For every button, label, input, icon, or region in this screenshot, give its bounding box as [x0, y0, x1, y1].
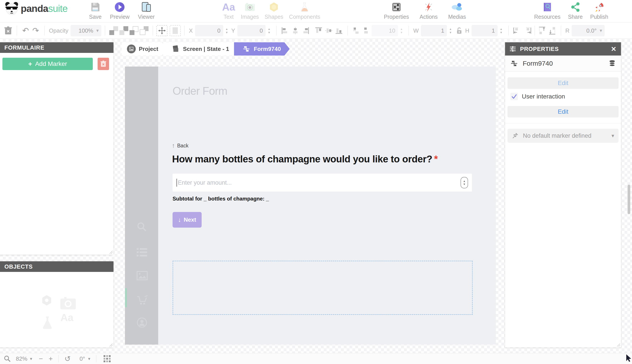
formulaire-panel-header[interactable]: FORMULAIRE: [0, 42, 114, 53]
grid-view-icon[interactable]: [102, 354, 112, 364]
x-input[interactable]: [198, 27, 220, 34]
delete-marker-button[interactable]: [98, 58, 109, 70]
y-input[interactable]: [240, 27, 263, 34]
reset-rotation-icon[interactable]: ↺: [64, 354, 71, 363]
edit-interactions-button[interactable]: Edit: [508, 106, 618, 118]
user-interaction-checkbox[interactable]: [510, 93, 518, 100]
zoom-in-button[interactable]: +: [49, 355, 53, 363]
width-input[interactable]: [424, 27, 444, 34]
canvas-rotation-value[interactable]: 0°: [80, 356, 85, 362]
x-field[interactable]: [195, 25, 223, 36]
breadcrumb-project[interactable]: Project: [122, 42, 167, 56]
lock-aspect-icon[interactable]: [454, 26, 464, 36]
properties-panel-title: PROPERTIES: [520, 46, 559, 52]
default-marker-dropdown[interactable]: No default marker defined ▾: [508, 129, 618, 143]
delete-selection-icon[interactable]: [3, 26, 13, 36]
stretch-left-icon[interactable]: [512, 26, 522, 36]
width-field[interactable]: [421, 25, 447, 36]
properties-icon: [391, 1, 402, 13]
move-tool-icon[interactable]: [156, 25, 168, 36]
next-button[interactable]: ↓ Next: [172, 212, 202, 228]
insert-components-button[interactable]: Components: [289, 1, 320, 20]
distribute-vertical-icon[interactable]: [362, 26, 372, 36]
zoom-magnifier-icon[interactable]: [2, 354, 12, 364]
rotation-caret[interactable]: ▾: [88, 356, 90, 361]
height-input[interactable]: [474, 27, 495, 34]
align-top-icon[interactable]: [314, 26, 324, 36]
height-stepper[interactable]: ▲▼: [498, 28, 505, 34]
panel-resize-grip[interactable]: [108, 250, 112, 254]
app-logo[interactable]: pandasuite: [5, 2, 68, 16]
spacing-input[interactable]: [374, 27, 395, 34]
width-stepper[interactable]: ▲▼: [447, 28, 454, 34]
panel-resize-grip[interactable]: [616, 342, 620, 346]
resize-tool-icon[interactable]: [170, 25, 181, 36]
zoom-out-button[interactable]: −: [39, 355, 43, 363]
opacity-value[interactable]: [73, 27, 93, 34]
zoom-level-value[interactable]: 82%: [16, 356, 27, 362]
preview-button[interactable]: Preview: [110, 1, 130, 20]
app-form-canvas[interactable]: Order Form ↑ Back How many bottles of ch…: [158, 66, 496, 344]
panel-resize-grip[interactable]: [108, 342, 112, 346]
properties-panel-header[interactable]: PROPERTIES ✕: [505, 42, 621, 56]
insert-images-button[interactable]: Images: [241, 1, 259, 20]
properties-button[interactable]: Properties: [384, 1, 409, 20]
rotation-label: R: [566, 27, 570, 34]
align-left-icon[interactable]: [280, 26, 290, 36]
chevron-down-icon: ▾: [96, 28, 99, 34]
medias-icon: [451, 1, 463, 13]
opacity-select[interactable]: ▾: [70, 25, 101, 36]
align-right-icon[interactable]: [300, 26, 310, 36]
back-link[interactable]: ↑ Back: [172, 142, 188, 149]
save-button[interactable]: Save: [89, 1, 102, 20]
spacing-stepper[interactable]: ▲▼: [398, 28, 405, 34]
medias-button[interactable]: Medias: [448, 1, 466, 20]
close-icon[interactable]: ✕: [611, 45, 616, 53]
user-icon: [136, 317, 147, 328]
resources-button[interactable]: Resources: [534, 1, 560, 20]
edit-content-button[interactable]: Edit: [508, 77, 618, 89]
align-center-horizontal-icon[interactable]: [290, 26, 300, 36]
actions-button[interactable]: Actions: [420, 1, 438, 20]
y-field[interactable]: [237, 25, 266, 36]
publish-icon: [594, 1, 604, 13]
stretch-top-icon[interactable]: [537, 26, 547, 36]
undo-icon[interactable]: ↶: [20, 26, 31, 36]
distribute-horizontal-icon[interactable]: [351, 26, 362, 36]
stretch-bottom-icon[interactable]: [547, 26, 557, 36]
y-stepper[interactable]: ▲▼: [266, 28, 273, 34]
database-icon[interactable]: [609, 60, 616, 67]
objects-panel-header[interactable]: OBJECTS: [0, 261, 114, 272]
rotation-field[interactable]: ▾: [572, 25, 605, 36]
align-bottom-icon[interactable]: [334, 26, 344, 36]
breadcrumb-screen[interactable]: Screen | State - 1: [163, 42, 238, 56]
objects-panel-title: OBJECTS: [4, 263, 32, 270]
stretch-right-icon[interactable]: [522, 26, 532, 36]
redo-icon[interactable]: ↷: [31, 26, 41, 36]
amount-field[interactable]: ▲▼: [172, 174, 472, 192]
viewer-button[interactable]: Viewer: [138, 1, 155, 20]
component-selection-outline[interactable]: [172, 261, 473, 315]
insert-text-button[interactable]: Aa Text: [222, 1, 235, 20]
x-stepper[interactable]: ▲▼: [223, 28, 230, 34]
number-stepper[interactable]: ▲▼: [460, 177, 468, 188]
publish-button[interactable]: Publish: [590, 1, 608, 20]
breadcrumb-component[interactable]: Form9740: [234, 42, 290, 56]
send-to-back-icon[interactable]: [139, 26, 149, 36]
rotation-input[interactable]: [574, 27, 596, 34]
align-middle-vertical-icon[interactable]: [324, 26, 334, 36]
height-field[interactable]: [472, 25, 498, 36]
share-button[interactable]: Share: [568, 1, 583, 20]
bring-to-front-icon[interactable]: [129, 26, 139, 36]
breadcrumb-screen-label: Screen | State - 1: [183, 46, 229, 52]
add-marker-button[interactable]: + Add Marker: [2, 58, 93, 70]
insert-shapes-button[interactable]: Shapes: [265, 1, 284, 20]
spacing-field[interactable]: [372, 25, 398, 36]
zoom-level-caret[interactable]: ▾: [30, 356, 32, 361]
bring-forward-icon[interactable]: [109, 26, 119, 36]
resources-icon: [542, 1, 552, 13]
send-backward-icon[interactable]: [119, 26, 129, 36]
required-asterisk: *: [434, 154, 438, 164]
window-vertical-scrollbar[interactable]: [628, 185, 630, 214]
amount-input[interactable]: [178, 179, 460, 186]
